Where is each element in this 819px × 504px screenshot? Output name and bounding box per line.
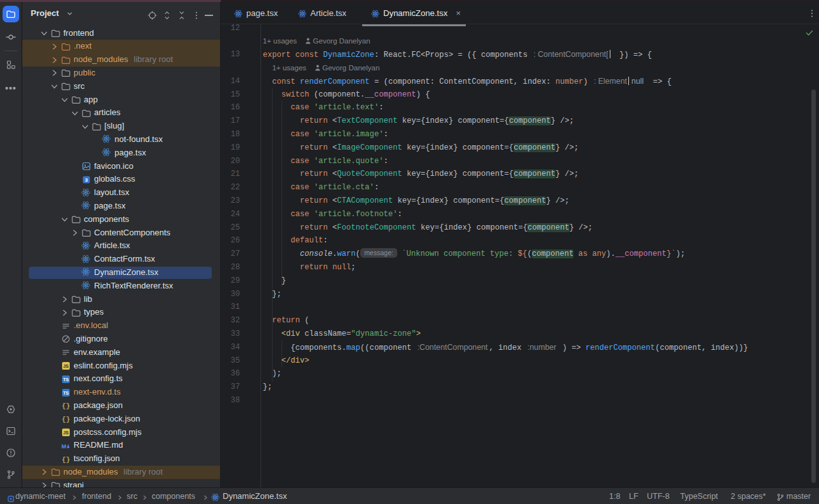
svg-text:TS: TS [63,391,69,395]
svg-text:M: M [61,443,67,449]
svg-text:JS: JS [63,430,69,435]
svg-text:JS: JS [63,364,69,368]
svg-text:{}: {} [61,416,70,423]
svg-text:3: 3 [85,177,88,183]
svg-text:{}: {} [61,456,70,464]
svg-text:TS: TS [63,377,69,382]
svg-text:{}: {} [61,402,70,410]
